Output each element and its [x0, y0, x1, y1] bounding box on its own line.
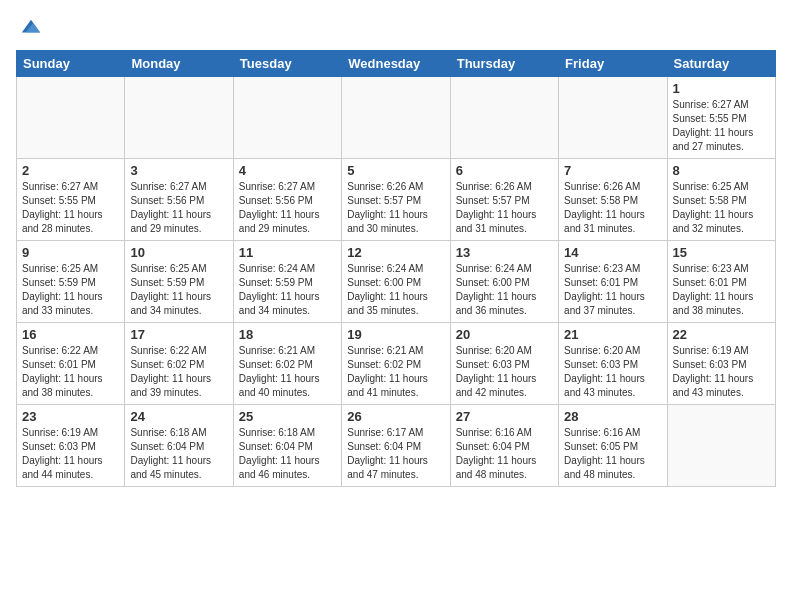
day-info: Sunrise: 6:17 AM Sunset: 6:04 PM Dayligh…: [347, 426, 444, 482]
day-info: Sunrise: 6:27 AM Sunset: 5:56 PM Dayligh…: [239, 180, 336, 236]
day-cell: 8Sunrise: 6:25 AM Sunset: 5:58 PM Daylig…: [667, 159, 775, 241]
calendar-table: SundayMondayTuesdayWednesdayThursdayFrid…: [16, 50, 776, 487]
day-info: Sunrise: 6:19 AM Sunset: 6:03 PM Dayligh…: [673, 344, 770, 400]
day-info: Sunrise: 6:22 AM Sunset: 6:02 PM Dayligh…: [130, 344, 227, 400]
day-info: Sunrise: 6:27 AM Sunset: 5:55 PM Dayligh…: [673, 98, 770, 154]
day-info: Sunrise: 6:18 AM Sunset: 6:04 PM Dayligh…: [130, 426, 227, 482]
day-number: 7: [564, 163, 661, 178]
weekday-header-row: SundayMondayTuesdayWednesdayThursdayFrid…: [17, 51, 776, 77]
week-row-1: 1Sunrise: 6:27 AM Sunset: 5:55 PM Daylig…: [17, 77, 776, 159]
day-info: Sunrise: 6:25 AM Sunset: 5:58 PM Dayligh…: [673, 180, 770, 236]
day-number: 8: [673, 163, 770, 178]
day-info: Sunrise: 6:20 AM Sunset: 6:03 PM Dayligh…: [564, 344, 661, 400]
day-info: Sunrise: 6:27 AM Sunset: 5:55 PM Dayligh…: [22, 180, 119, 236]
day-number: 1: [673, 81, 770, 96]
day-cell: 26Sunrise: 6:17 AM Sunset: 6:04 PM Dayli…: [342, 405, 450, 487]
day-info: Sunrise: 6:26 AM Sunset: 5:57 PM Dayligh…: [347, 180, 444, 236]
day-cell: 22Sunrise: 6:19 AM Sunset: 6:03 PM Dayli…: [667, 323, 775, 405]
day-info: Sunrise: 6:18 AM Sunset: 6:04 PM Dayligh…: [239, 426, 336, 482]
day-info: Sunrise: 6:24 AM Sunset: 6:00 PM Dayligh…: [347, 262, 444, 318]
day-cell: 7Sunrise: 6:26 AM Sunset: 5:58 PM Daylig…: [559, 159, 667, 241]
weekday-header-friday: Friday: [559, 51, 667, 77]
day-cell: [342, 77, 450, 159]
week-row-2: 2Sunrise: 6:27 AM Sunset: 5:55 PM Daylig…: [17, 159, 776, 241]
weekday-header-saturday: Saturday: [667, 51, 775, 77]
day-cell: 15Sunrise: 6:23 AM Sunset: 6:01 PM Dayli…: [667, 241, 775, 323]
day-cell: [667, 405, 775, 487]
day-number: 23: [22, 409, 119, 424]
day-number: 10: [130, 245, 227, 260]
day-number: 25: [239, 409, 336, 424]
page-header: [16, 16, 776, 38]
weekday-header-tuesday: Tuesday: [233, 51, 341, 77]
week-row-5: 23Sunrise: 6:19 AM Sunset: 6:03 PM Dayli…: [17, 405, 776, 487]
day-info: Sunrise: 6:25 AM Sunset: 5:59 PM Dayligh…: [130, 262, 227, 318]
day-info: Sunrise: 6:22 AM Sunset: 6:01 PM Dayligh…: [22, 344, 119, 400]
day-number: 11: [239, 245, 336, 260]
week-row-4: 16Sunrise: 6:22 AM Sunset: 6:01 PM Dayli…: [17, 323, 776, 405]
logo-icon: [20, 16, 42, 38]
day-cell: 18Sunrise: 6:21 AM Sunset: 6:02 PM Dayli…: [233, 323, 341, 405]
week-row-3: 9Sunrise: 6:25 AM Sunset: 5:59 PM Daylig…: [17, 241, 776, 323]
day-cell: 9Sunrise: 6:25 AM Sunset: 5:59 PM Daylig…: [17, 241, 125, 323]
day-number: 27: [456, 409, 553, 424]
day-info: Sunrise: 6:27 AM Sunset: 5:56 PM Dayligh…: [130, 180, 227, 236]
day-info: Sunrise: 6:26 AM Sunset: 5:58 PM Dayligh…: [564, 180, 661, 236]
day-number: 26: [347, 409, 444, 424]
day-number: 9: [22, 245, 119, 260]
weekday-header-wednesday: Wednesday: [342, 51, 450, 77]
day-cell: 10Sunrise: 6:25 AM Sunset: 5:59 PM Dayli…: [125, 241, 233, 323]
day-cell: 14Sunrise: 6:23 AM Sunset: 6:01 PM Dayli…: [559, 241, 667, 323]
day-number: 21: [564, 327, 661, 342]
day-cell: [450, 77, 558, 159]
day-number: 15: [673, 245, 770, 260]
day-info: Sunrise: 6:21 AM Sunset: 6:02 PM Dayligh…: [347, 344, 444, 400]
day-info: Sunrise: 6:23 AM Sunset: 6:01 PM Dayligh…: [564, 262, 661, 318]
weekday-header-sunday: Sunday: [17, 51, 125, 77]
day-cell: 25Sunrise: 6:18 AM Sunset: 6:04 PM Dayli…: [233, 405, 341, 487]
day-info: Sunrise: 6:20 AM Sunset: 6:03 PM Dayligh…: [456, 344, 553, 400]
day-cell: 13Sunrise: 6:24 AM Sunset: 6:00 PM Dayli…: [450, 241, 558, 323]
day-cell: 3Sunrise: 6:27 AM Sunset: 5:56 PM Daylig…: [125, 159, 233, 241]
day-cell: 24Sunrise: 6:18 AM Sunset: 6:04 PM Dayli…: [125, 405, 233, 487]
day-cell: 5Sunrise: 6:26 AM Sunset: 5:57 PM Daylig…: [342, 159, 450, 241]
day-cell: 28Sunrise: 6:16 AM Sunset: 6:05 PM Dayli…: [559, 405, 667, 487]
day-cell: [559, 77, 667, 159]
day-cell: 17Sunrise: 6:22 AM Sunset: 6:02 PM Dayli…: [125, 323, 233, 405]
day-number: 18: [239, 327, 336, 342]
day-cell: 12Sunrise: 6:24 AM Sunset: 6:00 PM Dayli…: [342, 241, 450, 323]
day-cell: 23Sunrise: 6:19 AM Sunset: 6:03 PM Dayli…: [17, 405, 125, 487]
day-number: 3: [130, 163, 227, 178]
day-number: 12: [347, 245, 444, 260]
day-info: Sunrise: 6:25 AM Sunset: 5:59 PM Dayligh…: [22, 262, 119, 318]
day-cell: 1Sunrise: 6:27 AM Sunset: 5:55 PM Daylig…: [667, 77, 775, 159]
day-number: 17: [130, 327, 227, 342]
day-number: 6: [456, 163, 553, 178]
day-number: 16: [22, 327, 119, 342]
day-info: Sunrise: 6:19 AM Sunset: 6:03 PM Dayligh…: [22, 426, 119, 482]
day-number: 19: [347, 327, 444, 342]
day-cell: 20Sunrise: 6:20 AM Sunset: 6:03 PM Dayli…: [450, 323, 558, 405]
day-info: Sunrise: 6:24 AM Sunset: 6:00 PM Dayligh…: [456, 262, 553, 318]
day-cell: [125, 77, 233, 159]
day-cell: 2Sunrise: 6:27 AM Sunset: 5:55 PM Daylig…: [17, 159, 125, 241]
day-info: Sunrise: 6:21 AM Sunset: 6:02 PM Dayligh…: [239, 344, 336, 400]
day-cell: 27Sunrise: 6:16 AM Sunset: 6:04 PM Dayli…: [450, 405, 558, 487]
day-number: 5: [347, 163, 444, 178]
day-number: 2: [22, 163, 119, 178]
day-number: 20: [456, 327, 553, 342]
day-cell: 19Sunrise: 6:21 AM Sunset: 6:02 PM Dayli…: [342, 323, 450, 405]
day-info: Sunrise: 6:16 AM Sunset: 6:04 PM Dayligh…: [456, 426, 553, 482]
weekday-header-monday: Monday: [125, 51, 233, 77]
day-cell: [233, 77, 341, 159]
day-cell: 16Sunrise: 6:22 AM Sunset: 6:01 PM Dayli…: [17, 323, 125, 405]
day-number: 22: [673, 327, 770, 342]
day-info: Sunrise: 6:24 AM Sunset: 5:59 PM Dayligh…: [239, 262, 336, 318]
day-cell: 21Sunrise: 6:20 AM Sunset: 6:03 PM Dayli…: [559, 323, 667, 405]
day-number: 14: [564, 245, 661, 260]
day-info: Sunrise: 6:26 AM Sunset: 5:57 PM Dayligh…: [456, 180, 553, 236]
day-info: Sunrise: 6:16 AM Sunset: 6:05 PM Dayligh…: [564, 426, 661, 482]
day-number: 13: [456, 245, 553, 260]
day-number: 28: [564, 409, 661, 424]
day-cell: 4Sunrise: 6:27 AM Sunset: 5:56 PM Daylig…: [233, 159, 341, 241]
